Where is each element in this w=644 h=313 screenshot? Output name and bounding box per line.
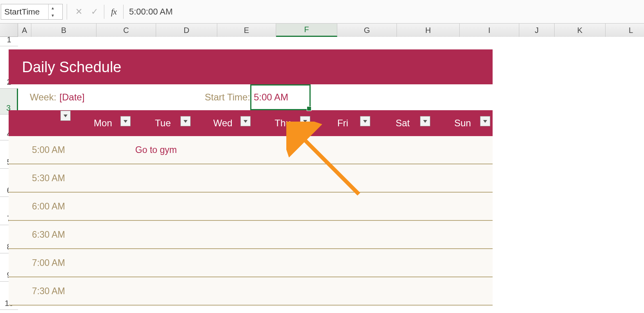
day-header: Wed [193, 118, 253, 129]
svg-marker-2 [184, 120, 187, 123]
chevron-down-icon [183, 119, 188, 123]
separator [123, 5, 124, 19]
svg-marker-0 [64, 115, 67, 117]
day-header: Thu [253, 118, 313, 129]
day-header: Mon [73, 118, 133, 129]
chevron-down-icon [423, 119, 428, 123]
filter-button[interactable] [60, 111, 71, 121]
week-label: Week: [30, 92, 56, 103]
time-slot-row: 5:30 AM [9, 164, 493, 193]
filter-button[interactable] [360, 116, 370, 126]
svg-marker-1 [124, 120, 127, 123]
svg-marker-5 [363, 120, 367, 123]
filter-button[interactable] [120, 116, 131, 126]
chevron-down-icon [483, 119, 488, 123]
schedule-content: Daily Schedule Week: [Date] Start Time: … [9, 49, 493, 306]
name-box[interactable]: ▲ ▼ [1, 4, 63, 20]
day-header: Fri [313, 118, 373, 129]
fx-button[interactable]: fx [106, 7, 122, 17]
svg-marker-3 [244, 120, 247, 123]
time-label: 7:30 AM [9, 286, 73, 297]
schedule-cell[interactable]: Go to gym [133, 145, 193, 155]
grid[interactable]: Daily Schedule Week: [Date] Start Time: … [0, 24, 644, 313]
formula-input[interactable] [125, 7, 644, 17]
start-time-value: 5:00 AM [254, 92, 288, 103]
time-label: 6:30 AM [9, 229, 73, 240]
formula-bar: ▲ ▼ ✕ ✓ fx [0, 0, 644, 24]
week-value[interactable]: [Date] [60, 92, 85, 103]
time-label: 7:00 AM [9, 258, 73, 268]
stepper-down-icon[interactable]: ▼ [49, 12, 57, 19]
day-header-row: MonTueWedThuFriSatSun [9, 110, 493, 136]
chevron-down-icon [123, 119, 128, 123]
time-slot-row: 5:00 AMGo to gym [9, 136, 493, 164]
stepper-up-icon[interactable]: ▲ [49, 4, 57, 12]
filter-button[interactable] [300, 116, 310, 126]
svg-marker-7 [483, 120, 487, 123]
day-header: Sat [373, 118, 433, 129]
chevron-down-icon [243, 119, 248, 123]
meta-row: Week: [Date] Start Time: 5:00 AM [9, 84, 493, 110]
filter-button[interactable] [180, 116, 191, 126]
start-time-label: Start Time: [205, 92, 250, 103]
day-header: Sun [433, 118, 493, 129]
svg-marker-6 [423, 120, 427, 123]
time-label: 5:30 AM [9, 173, 73, 184]
filter-button[interactable] [480, 116, 490, 126]
name-box-stepper[interactable]: ▲ ▼ [48, 4, 57, 19]
svg-marker-4 [303, 120, 307, 123]
time-label: 5:00 AM [9, 145, 73, 155]
time-slot-row: 6:00 AM [9, 193, 493, 221]
time-slot-row: 7:30 AM [9, 277, 493, 306]
chevron-down-icon [363, 119, 367, 123]
sheet-area: ABCDEFGHIJKL 12345678910 Daily Schedule … [0, 24, 644, 313]
filter-button[interactable] [240, 116, 251, 126]
day-header: Tue [133, 118, 193, 129]
page-title: Daily Schedule [9, 49, 493, 84]
filter-button[interactable] [420, 116, 430, 126]
chevron-down-icon [63, 114, 68, 118]
time-slot-row: 6:30 AM [9, 221, 493, 249]
name-box-input[interactable] [1, 7, 48, 16]
event: Go to gym [133, 145, 177, 155]
cancel-button[interactable]: ✕ [71, 7, 87, 17]
chevron-down-icon [303, 119, 307, 123]
separator [104, 5, 104, 19]
confirm-button[interactable]: ✓ [87, 7, 102, 17]
separator [67, 4, 67, 20]
time-label: 6:00 AM [9, 201, 73, 212]
time-slot-row: 7:00 AM [9, 249, 493, 277]
start-time-cell[interactable]: 5:00 AM [250, 84, 311, 110]
